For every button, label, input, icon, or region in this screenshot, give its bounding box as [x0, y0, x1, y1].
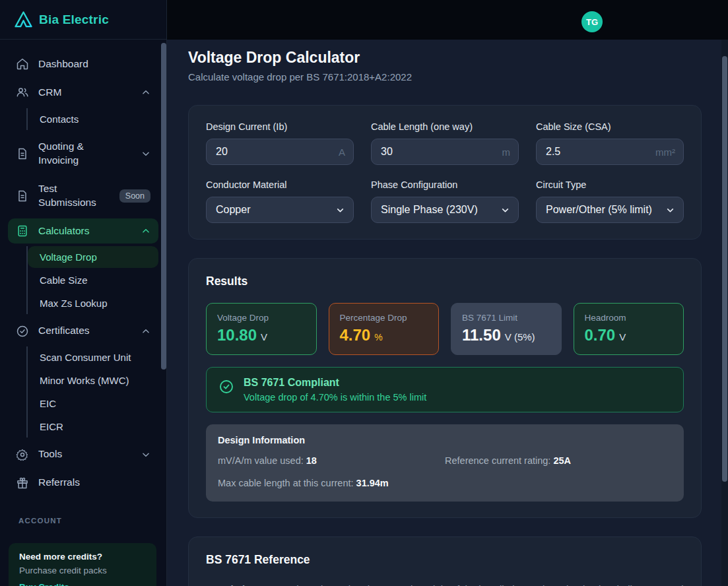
field-label: Cable Size (CSA) — [536, 121, 684, 132]
selected-value: Power/Other (5% limit) — [546, 204, 652, 216]
main-content: Voltage Drop Calculator Calculate voltag… — [167, 40, 728, 586]
sidebar-item-label: Contacts — [40, 114, 79, 125]
tile-label: Percentage Drop — [340, 313, 428, 323]
chevron-down-icon — [501, 206, 510, 214]
sidebar-item-label: Voltage Drop — [40, 251, 97, 263]
result-tiles: Voltage Drop 10.80 V Percentage Drop 4.7… — [206, 303, 684, 355]
results-card: Results Voltage Drop 10.80 V Percentage … — [188, 258, 702, 518]
tile-label: Voltage Drop — [217, 313, 306, 323]
sidebar-item-label: Cable Size — [40, 275, 88, 286]
tile-value: 11.50 — [462, 326, 501, 344]
selected-value: Copper — [216, 204, 250, 216]
tile-unit: V (5%) — [505, 331, 535, 342]
tile-label: BS 7671 Limit — [462, 313, 550, 323]
sidebar-item-label: EICR — [40, 421, 63, 432]
headroom-tile: Headroom 0.70 V — [574, 303, 684, 355]
design-information: Design Information mV/A/m value used: 18… — [206, 424, 684, 502]
sidebar-item-label: EIC — [40, 398, 56, 409]
sidebar-item-tools[interactable]: Tools — [8, 441, 158, 467]
compliance-title: BS 7671 Compliant — [244, 377, 426, 389]
tile-unit: V — [619, 331, 626, 342]
brand-header: Bia Electric — [0, 0, 166, 40]
sidebar-item-label: Calculators — [38, 224, 90, 238]
sidebar-item-label: Quoting & Invoicing — [38, 140, 112, 168]
sidebar-item-cable-size[interactable]: Cable Size — [28, 269, 158, 291]
percentage-drop-tile: Percentage Drop 4.70 % — [329, 303, 440, 355]
calculator-icon — [16, 224, 29, 238]
sidebar-item-crm[interactable]: CRM — [8, 80, 158, 106]
chevron-up-icon — [141, 88, 150, 97]
design-info-row: Max cable length at this current: 31.94m — [218, 478, 445, 488]
credits-subtitle: Purchase credit packs — [19, 566, 146, 575]
field-design-current: Design Current (Ib) A — [206, 121, 354, 165]
design-current-input[interactable] — [206, 139, 354, 165]
field-label: Cable Length (one way) — [371, 121, 519, 132]
buy-credits-link[interactable]: Buy Credits — [19, 582, 146, 586]
sidebar-item-eicr[interactable]: EICR — [28, 416, 158, 438]
cable-size-input[interactable] — [536, 139, 684, 165]
phase-configuration-select[interactable]: Single Phase (230V) — [371, 197, 519, 223]
tile-value: 0.70 — [585, 326, 616, 344]
selected-value: Single Phase (230V) — [381, 204, 478, 216]
sidebar-item-scan-consumer-unit[interactable]: Scan Consumer Unit — [28, 346, 158, 368]
field-label: Design Current (Ib) — [206, 121, 354, 132]
regulation-text: Regulation 525.1: The voltage drop betwe… — [206, 581, 684, 586]
compliance-message: Voltage drop of 4.70% is within the 5% l… — [244, 392, 426, 403]
crm-subgroup: Contacts — [26, 108, 158, 130]
compliance-banner: BS 7671 Compliant Voltage drop of 4.70% … — [206, 367, 684, 412]
conductor-material-select[interactable]: Copper — [206, 197, 354, 223]
sidebar-item-calculators[interactable]: Calculators — [8, 218, 158, 244]
users-icon — [16, 86, 29, 99]
field-cable-length: Cable Length (one way) m — [371, 121, 519, 165]
sidebar-item-contacts[interactable]: Contacts — [28, 108, 158, 130]
cable-length-input[interactable] — [371, 139, 519, 165]
certificates-subgroup: Scan Consumer Unit Minor Works (MWC) EIC… — [26, 346, 158, 438]
chevron-down-icon — [141, 450, 150, 459]
home-icon — [16, 57, 29, 71]
sidebar: Bia Electric Dashboard CRM Contacts — [0, 0, 167, 586]
field-label: Circuit Type — [536, 179, 684, 190]
tile-unit: V — [261, 331, 267, 342]
page-title: Voltage Drop Calculator — [188, 49, 702, 67]
brand-logo-icon — [15, 11, 32, 28]
sidebar-nav: Dashboard CRM Contacts Quoting & Invoici… — [0, 40, 166, 525]
field-phase-configuration: Phase Configuration Single Phase (230V) — [371, 179, 519, 223]
calculators-subgroup: Voltage Drop Cable Size Max Zs Lookup — [26, 246, 158, 314]
sidebar-item-label: Max Zs Lookup — [40, 298, 108, 309]
sidebar-item-label: Tools — [38, 447, 62, 461]
gear-icon — [16, 448, 29, 461]
brand-name: Bia Electric — [39, 13, 109, 27]
credits-box: Need more credits? Purchase credit packs… — [9, 543, 156, 586]
sidebar-item-max-zs-lookup[interactable]: Max Zs Lookup — [28, 292, 158, 314]
circuit-type-select[interactable]: Power/Other (5% limit) — [536, 197, 684, 223]
results-heading: Results — [206, 275, 684, 288]
page-subtitle: Calculate voltage drop per BS 7671:2018+… — [188, 71, 702, 82]
tile-unit: % — [374, 332, 382, 342]
sidebar-item-test-submissions[interactable]: Test Submissions Soon — [8, 176, 158, 216]
calculator-form-card: Design Current (Ib) A Cable Length (one … — [188, 105, 702, 240]
sidebar-item-eic[interactable]: EIC — [28, 393, 158, 414]
sidebar-item-label: Dashboard — [38, 57, 88, 71]
user-avatar[interactable]: TG — [581, 11, 603, 32]
document-icon — [16, 189, 29, 203]
account-section-label: ACCOUNT — [18, 517, 158, 525]
chevron-down-icon — [336, 206, 345, 214]
chevron-down-icon — [141, 149, 150, 158]
check-circle-icon — [218, 379, 234, 397]
sidebar-item-minor-works[interactable]: Minor Works (MWC) — [28, 370, 158, 391]
main-scrollbar-thumb[interactable] — [722, 56, 727, 482]
top-header: TG — [167, 0, 728, 40]
sidebar-item-dashboard[interactable]: Dashboard — [8, 51, 158, 77]
design-info-row: mV/A/m value used: 18 — [218, 455, 445, 466]
bs7671-limit-tile: BS 7671 Limit 11.50 V (5%) — [451, 303, 562, 355]
sidebar-scrollbar[interactable] — [161, 43, 166, 370]
sidebar-item-certificates[interactable]: Certificates — [8, 318, 158, 344]
tile-label: Headroom — [585, 313, 673, 323]
sidebar-item-voltage-drop[interactable]: Voltage Drop — [28, 246, 158, 268]
sidebar-item-referrals[interactable]: Referrals — [8, 470, 158, 496]
tile-value: 10.80 — [217, 326, 257, 344]
sidebar-item-label: CRM — [38, 86, 61, 100]
design-info-heading: Design Information — [218, 435, 672, 445]
sidebar-item-quoting-invoicing[interactable]: Quoting & Invoicing — [8, 134, 158, 174]
sidebar-item-label: Referrals — [38, 476, 80, 490]
